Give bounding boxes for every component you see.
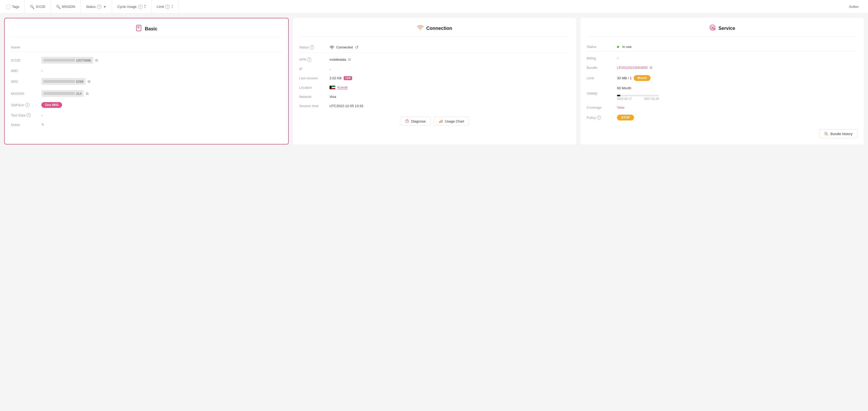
iccid-copy-icon[interactable]: ⧉ <box>95 58 98 63</box>
limit-column-label: Limit <box>157 5 164 9</box>
svc-limit-value: 30 MB / 1 Month <box>617 75 650 81</box>
cycle-usage-column: Cycle Usage ? ▲ ▼ <box>112 0 152 13</box>
conn-status-value: Connected ↺ <box>330 45 358 50</box>
bundle-history-button[interactable]: Bundle History <box>819 129 858 138</box>
iccid-search-icon[interactable]: 🔍 <box>30 5 34 9</box>
cycle-usage-column-label: Cycle Usage <box>117 5 137 9</box>
limit-info-icon[interactable]: ? <box>165 5 169 9</box>
apn-info-icon[interactable]: ? <box>307 58 311 62</box>
policy-field-row: Policy ? STOP <box>587 112 858 123</box>
conn-status-info-icon[interactable]: ? <box>310 45 314 50</box>
bundle-link[interactable]: LP20220216003855 <box>617 66 648 70</box>
simtech-field-row: SIMTech ? One IMSI <box>11 99 282 110</box>
action-column-label: Action <box>849 5 859 9</box>
iccid-label: ICCID <box>11 58 37 62</box>
billing-value: - <box>617 56 618 60</box>
msisdn-search-icon[interactable]: 🔍 <box>56 5 60 9</box>
ip-label: IP <box>299 67 326 71</box>
status-dot <box>617 46 619 48</box>
status-info-icon[interactable]: ? <box>97 5 101 9</box>
testdata-value: - <box>41 113 42 117</box>
testdata-label: Test Data ? <box>11 113 37 117</box>
msisdn-suffix: 314 <box>76 92 82 96</box>
ip-value: - <box>330 67 331 71</box>
service-panel: Service Status In use Billing - Bundle L… <box>580 18 864 145</box>
apn-copy-icon[interactable]: ⧉ <box>348 57 351 62</box>
chart-icon <box>439 119 443 123</box>
diagnose-icon <box>405 119 409 123</box>
network-value: Viva <box>330 95 336 99</box>
usage-chart-button[interactable]: Usage Chart <box>434 117 469 126</box>
diagnose-button[interactable]: Diagnose <box>400 117 431 126</box>
validity-dates: 2022-02-17 2027-02-28 <box>617 97 659 100</box>
coverage-view-link[interactable]: View <box>617 105 624 109</box>
svc-status-value: In use <box>617 45 631 49</box>
iccid-field-row: ICCID 10070886 ⧉ <box>11 54 282 66</box>
coverage-value: View <box>617 105 624 109</box>
wifi-icon <box>330 45 334 50</box>
svg-rect-9 <box>442 120 442 123</box>
imsi-masked: 0296 <box>41 78 86 85</box>
connection-panel-header: Connection <box>299 24 570 37</box>
service-btn-row: Bundle History <box>587 125 858 138</box>
location-field-row: Location Kuwait <box>299 83 570 92</box>
bundle-value: LP20220216003855 ⧉ <box>617 65 652 70</box>
location-link[interactable]: Kuwait <box>337 85 348 90</box>
action-column: Action <box>844 0 864 13</box>
svg-rect-6 <box>405 120 409 123</box>
imsi-value: 0296 ⧉ <box>41 78 90 85</box>
conn-refresh-icon[interactable]: ↺ <box>355 45 358 50</box>
simtech-info-icon[interactable]: ? <box>25 103 30 107</box>
policy-label: Policy ? <box>587 116 613 120</box>
session-time-value: UTC2022-12-05 13:32 <box>330 104 363 108</box>
iccid-column-label: ICCID <box>36 5 45 9</box>
connection-btn-row: Diagnose Usage Chart <box>299 117 570 126</box>
name-label: Name <box>11 45 37 49</box>
iccid-column: 🔍 ICCID <box>25 0 51 13</box>
last-session-field-row: Last session 2.02 KB CDR <box>299 73 570 83</box>
msisdn-copy-icon[interactable]: ⧉ <box>86 91 89 96</box>
top-bar: Tags 🔍 ICCID 🔍 MSISDN Status ? ▼ Cycle U… <box>0 0 868 13</box>
cdn-badge: CDR <box>344 76 352 80</box>
status-filter-icon[interactable]: ▼ <box>103 5 106 9</box>
imei-value: - <box>41 69 42 73</box>
testdata-info-icon[interactable]: ? <box>26 113 31 117</box>
validity-label: Validity <box>587 91 613 95</box>
bundle-copy-icon[interactable]: ⧉ <box>650 65 652 70</box>
apn-label: APN ? <box>299 58 326 62</box>
cycle-usage-sort-icons[interactable]: ▲ ▼ <box>144 4 146 9</box>
cycle-usage-info-icon[interactable]: ? <box>138 5 143 9</box>
validity-field-row: Validity 60 Month 2022-02-17 2027-02-28 <box>587 84 858 103</box>
policy-info-icon[interactable]: ? <box>597 116 601 120</box>
notes-edit-icon[interactable]: ✎ <box>41 123 44 127</box>
network-field-row: Network Viva <box>299 92 570 101</box>
imei-field-row: IMEI - <box>11 66 282 75</box>
iccid-mask-bar <box>43 59 75 62</box>
service-panel-title: Service <box>718 26 735 31</box>
simtech-badge: One IMSI <box>41 102 62 108</box>
imei-label: IMEI <box>11 69 37 73</box>
network-label: Network <box>299 95 326 99</box>
policy-value: STOP <box>617 115 634 120</box>
select-all-checkbox[interactable] <box>6 5 10 9</box>
simtech-value: One IMSI <box>41 102 62 108</box>
imsi-copy-icon[interactable]: ⧉ <box>88 79 90 84</box>
msisdn-label: MSISDN <box>11 92 37 96</box>
status-column: Status ? ▼ <box>81 0 112 13</box>
apn-field-row: APN ? mobiledata ⧉ <box>299 55 570 64</box>
coverage-label: Coverage <box>587 105 613 109</box>
simtech-label: SIMTech ? <box>11 103 37 107</box>
validity-bar-container: 2022-02-17 2027-02-28 <box>617 95 659 100</box>
service-panel-header: Service <box>587 24 858 37</box>
conn-status-field-row: Status ? Connected ↺ <box>299 42 570 52</box>
svg-rect-7 <box>439 121 440 123</box>
bundle-label: Bundle <box>587 66 613 70</box>
svc-status-field-row: Status In use <box>587 42 858 51</box>
policy-stop-badge: STOP <box>617 115 634 120</box>
validity-end-date: 2027-02-28 <box>644 97 659 100</box>
limit-period-badge: Month <box>634 75 650 81</box>
limit-sort-icons[interactable]: ▲ ▼ <box>171 4 173 9</box>
conn-status-text: Connected <box>336 45 353 49</box>
conn-status-label: Status ? <box>299 45 326 50</box>
limit-field-row: Limit 30 MB / 1 Month <box>587 72 858 84</box>
